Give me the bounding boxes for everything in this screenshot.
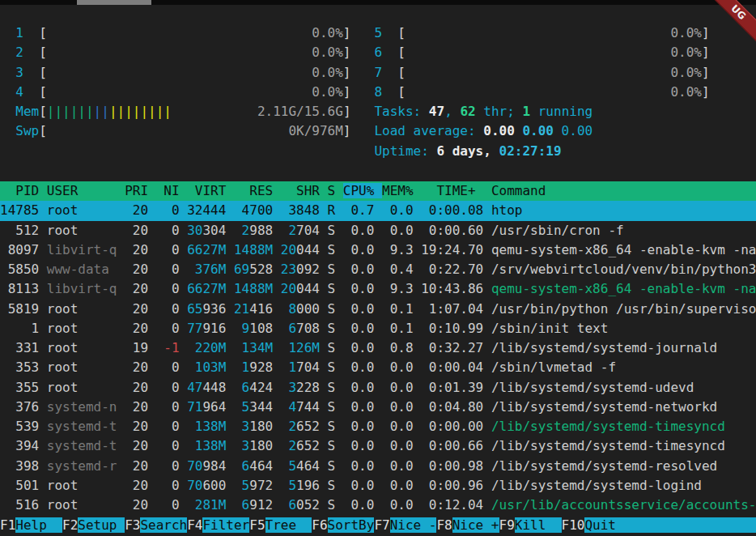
fn-f3-label[interactable]: Search (140, 517, 187, 533)
process-row-376[interactable]: 376 systemd-n 20 0 71964 5344 4744 S 0.0… (0, 398, 756, 417)
fn-f10-label[interactable]: Quit (584, 517, 756, 533)
process-row-8113[interactable]: 8113 libvirt-q 20 0 6627M 1488M 20044 S … (0, 279, 756, 299)
process-row-331[interactable]: 331 root 19 -1 220M 134M 126M S 0.0 0.8 … (0, 338, 756, 358)
process-row-8097[interactable]: 8097 libvirt-q 20 0 6627M 1488M 20044 S … (0, 240, 756, 260)
time-cell: 0:00.04 (421, 359, 491, 375)
cpu-6-value: 0.0% (406, 45, 702, 60)
user-cell: root (47, 340, 125, 355)
cpu-percent-cell: 0.0 (343, 340, 382, 355)
res-cell: 2 (234, 223, 249, 238)
fn-f6-label[interactable]: SortBy (328, 517, 375, 533)
shr-cell: 20 (281, 281, 296, 296)
pid-cell: 355 (0, 380, 47, 395)
column-header-res[interactable]: RES (234, 183, 281, 198)
column-header-pid[interactable]: PID (0, 183, 47, 198)
column-header-time[interactable]: TIME+ (421, 183, 491, 198)
time-cell: 0:00.00 (421, 419, 491, 434)
fn-f1-key[interactable]: F1 (0, 517, 15, 533)
process-row-353[interactable]: 353 root 20 0 103M 1928 1704 S 0.0 0.0 0… (0, 358, 756, 377)
process-row-5819[interactable]: 5819 root 20 0 65936 21416 8000 S 0.0 0.… (0, 300, 756, 319)
text-span (23, 25, 39, 40)
meter-close-bracket: ] (343, 123, 351, 138)
fn-f9-label[interactable]: Kill (515, 517, 562, 533)
state-cell: S (328, 223, 343, 238)
time-cell: 0:00.60 (421, 223, 491, 238)
cpu-percent-cell: 0.0 (343, 478, 382, 493)
pid-cell: 516 (0, 497, 47, 513)
text-span (351, 104, 375, 119)
shr-cell-low: 464 (296, 458, 328, 474)
fn-f9-key[interactable]: F9 (499, 517, 515, 533)
pri-cell: 20 (125, 458, 156, 474)
time-cell: 0:10.99 (421, 321, 491, 336)
time-cell: 0:22.70 (421, 262, 491, 277)
running-label: running (530, 104, 592, 119)
fn-f8-key[interactable]: F8 (436, 517, 452, 533)
memory-meter-row: Mem[|||||||||||||||| 2.11G/15.6G] Tasks:… (0, 102, 756, 121)
virt-cell: 281M (187, 497, 234, 513)
column-header-mem[interactable]: MEM% (382, 183, 421, 198)
meter-open-bracket: [ (39, 65, 47, 80)
pid-cell: 1 (0, 321, 47, 336)
column-header-s[interactable]: S (328, 183, 343, 198)
column-header-shr[interactable]: SHR (281, 183, 328, 198)
cpu-meter-row-4: 4 [ 0.0%] 8 [ 0.0%] (0, 83, 756, 102)
fn-f5-label[interactable]: Tree (265, 517, 312, 533)
fn-f7-label[interactable]: Nice - (390, 517, 437, 533)
fn-f1-label[interactable]: Help (15, 517, 62, 533)
process-row-516[interactable]: 516 root 20 0 281M 6912 6052 S 0.0 0.0 0… (0, 496, 756, 515)
shr-cell: 20 (281, 242, 296, 257)
process-row-512[interactable]: 512 root 20 0 30304 2988 2704 S 0.0 0.0 … (0, 221, 756, 240)
user-cell: systemd-r (47, 458, 125, 474)
fn-f7-key[interactable]: F7 (374, 517, 389, 533)
fn-f2-key[interactable]: F2 (62, 517, 78, 533)
column-header-virt[interactable]: VIRT (187, 183, 234, 198)
column-header-cpu[interactable]: CPU% (343, 183, 382, 198)
fn-f4-key[interactable]: F4 (187, 517, 202, 533)
process-row-539[interactable]: 539 systemd-t 20 0 138M 3180 2652 S 0.0 … (0, 417, 756, 436)
ni-cell: 0 (156, 438, 188, 453)
fn-f10-key[interactable]: F10 (562, 517, 585, 533)
cpu-3-value: 0.0% (47, 65, 343, 80)
user-cell: root (47, 497, 125, 513)
fn-f3-key[interactable]: F3 (125, 517, 140, 533)
fn-f8-label[interactable]: Nice + (452, 517, 499, 533)
virt-cell: 103M (187, 359, 234, 375)
process-row-1[interactable]: 1 root 20 0 77916 9108 6708 S 0.0 0.1 0:… (0, 319, 756, 338)
text-span (382, 45, 397, 60)
pri-cell: 20 (125, 419, 156, 434)
mem-percent-cell: 0.0 (382, 458, 421, 474)
cpu-8-value: 0.0% (406, 84, 702, 100)
mem-cache-bars: |||||||| (109, 104, 172, 119)
fn-f6-key[interactable]: F6 (312, 517, 327, 533)
process-row-355[interactable]: 355 root 20 0 47448 6424 3228 S 0.0 0.0 … (0, 378, 756, 398)
table-header-row: PID USER PRI NI VIRT RES SHR S CPU% MEM%… (0, 181, 756, 201)
fn-f2-label[interactable]: Setup (78, 517, 125, 533)
res-cell-low: 344 (249, 399, 281, 415)
pid-cell: 394 (0, 438, 47, 453)
process-row-398[interactable]: 398 systemd-r 20 0 70984 6464 5464 S 0.0… (0, 457, 756, 476)
mem-percent-cell: 0.0 (382, 478, 421, 493)
process-row-394[interactable]: 394 systemd-t 20 0 138M 3180 2652 S 0.0 … (0, 436, 756, 456)
virt-cell: 71 (187, 399, 202, 415)
column-header-command[interactable]: Command (491, 183, 546, 198)
ni-cell: 0 (156, 242, 188, 257)
column-header-pri[interactable]: PRI (125, 183, 156, 198)
res-cell: 5 (234, 478, 249, 493)
mem-label: Mem (0, 104, 39, 119)
command-cell: htop (491, 202, 523, 218)
fn-f5-key[interactable]: F5 (249, 517, 265, 533)
column-header-user[interactable]: USER (47, 183, 125, 198)
state-cell: S (328, 458, 343, 474)
running-count: 1 (522, 104, 530, 119)
fn-f4-label[interactable]: Filter (202, 517, 249, 533)
shr-cell-low: 652 (296, 419, 328, 434)
state-cell: S (328, 399, 343, 415)
state-cell: S (328, 419, 343, 434)
process-row-501[interactable]: 501 root 20 0 70600 5972 5196 S 0.0 0.0 … (0, 476, 756, 496)
process-row-14785[interactable]: 14785 root 20 0 32444 4700 3848 R 0.7 0.… (0, 201, 756, 220)
time-cell: 0:01.39 (421, 380, 491, 395)
process-row-5850[interactable]: 5850 www-data 20 0 376M 69528 23092 S 0.… (0, 260, 756, 279)
column-header-ni[interactable]: NI (156, 183, 188, 198)
virt-cell-low: 984 (202, 458, 234, 474)
